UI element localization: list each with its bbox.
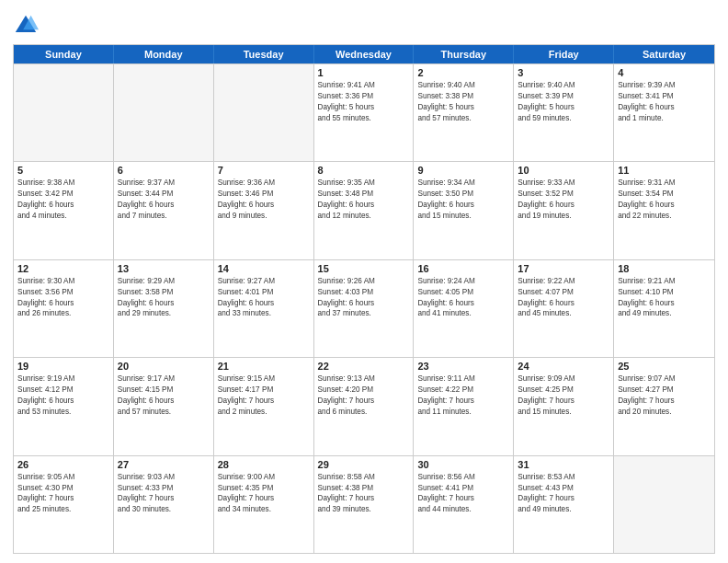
day-info: Sunrise: 9:21 AM Sunset: 4:10 PM Dayligh… [618,276,711,320]
calendar-header: SundayMondayTuesdayWednesdayThursdayFrid… [14,45,714,63]
calendar-cell: 21Sunrise: 9:15 AM Sunset: 4:17 PM Dayli… [214,358,314,454]
day-number: 11 [618,165,711,176]
header-day: Saturday [614,45,714,63]
calendar-cell: 24Sunrise: 9:09 AM Sunset: 4:25 PM Dayli… [514,358,614,454]
day-info: Sunrise: 9:30 AM Sunset: 3:56 PM Dayligh… [17,276,109,320]
day-number: 1 [318,67,410,78]
day-info: Sunrise: 9:09 AM Sunset: 4:25 PM Dayligh… [518,373,609,418]
day-number: 24 [518,361,609,372]
calendar-body: 1Sunrise: 9:41 AM Sunset: 3:36 PM Daylig… [14,63,714,553]
day-number: 8 [318,165,410,176]
calendar-row: 19Sunrise: 9:19 AM Sunset: 4:12 PM Dayli… [14,357,714,454]
header-day: Wednesday [314,45,415,63]
day-number: 6 [118,165,210,176]
calendar-row: 26Sunrise: 9:05 AM Sunset: 4:30 PM Dayli… [14,455,714,553]
calendar-cell: 23Sunrise: 9:11 AM Sunset: 4:22 PM Dayli… [414,358,514,454]
calendar-cell: 6Sunrise: 9:37 AM Sunset: 3:44 PM Daylig… [114,162,214,259]
day-number: 10 [518,165,609,176]
day-info: Sunrise: 9:41 AM Sunset: 3:36 PM Dayligh… [318,80,410,124]
day-info: Sunrise: 9:33 AM Sunset: 3:52 PM Dayligh… [518,178,609,222]
calendar-cell: 28Sunrise: 9:00 AM Sunset: 4:35 PM Dayli… [214,456,314,553]
day-number: 22 [318,361,410,372]
day-number: 31 [518,459,609,470]
day-info: Sunrise: 9:19 AM Sunset: 4:12 PM Dayligh… [17,373,109,418]
day-number: 2 [417,67,509,78]
calendar-row: 12Sunrise: 9:30 AM Sunset: 3:56 PM Dayli… [14,259,714,357]
header [13,9,715,39]
calendar-cell: 16Sunrise: 9:24 AM Sunset: 4:05 PM Dayli… [414,260,514,357]
day-info: Sunrise: 9:15 AM Sunset: 4:17 PM Dayligh… [218,373,310,418]
calendar-cell: 1Sunrise: 9:41 AM Sunset: 3:36 PM Daylig… [314,64,415,161]
calendar-cell [114,64,214,161]
day-info: Sunrise: 9:36 AM Sunset: 3:46 PM Dayligh… [218,178,310,222]
calendar-cell: 15Sunrise: 9:26 AM Sunset: 4:03 PM Dayli… [314,260,415,357]
day-info: Sunrise: 9:22 AM Sunset: 4:07 PM Dayligh… [518,276,609,320]
day-number: 23 [417,361,509,372]
calendar-cell: 2Sunrise: 9:40 AM Sunset: 3:38 PM Daylig… [414,64,514,161]
calendar-cell [614,456,714,553]
calendar-row: 1Sunrise: 9:41 AM Sunset: 3:36 PM Daylig… [14,63,714,161]
day-number: 21 [218,361,310,372]
calendar-cell: 29Sunrise: 8:58 AM Sunset: 4:38 PM Dayli… [314,456,415,553]
calendar: SundayMondayTuesdayWednesdayThursdayFrid… [13,44,715,554]
calendar-cell: 18Sunrise: 9:21 AM Sunset: 4:10 PM Dayli… [614,260,714,357]
calendar-cell: 13Sunrise: 9:29 AM Sunset: 3:58 PM Dayli… [114,260,214,357]
calendar-cell: 25Sunrise: 9:07 AM Sunset: 4:27 PM Dayli… [614,358,714,454]
day-number: 17 [518,263,609,274]
day-info: Sunrise: 9:26 AM Sunset: 4:03 PM Dayligh… [318,276,410,320]
day-number: 18 [618,263,711,274]
calendar-cell: 7Sunrise: 9:36 AM Sunset: 3:46 PM Daylig… [214,162,314,259]
calendar-row: 5Sunrise: 9:38 AM Sunset: 3:42 PM Daylig… [14,161,714,259]
day-info: Sunrise: 9:00 AM Sunset: 4:35 PM Dayligh… [218,472,310,516]
day-info: Sunrise: 9:35 AM Sunset: 3:48 PM Dayligh… [318,178,410,222]
day-number: 12 [17,263,109,274]
header-day: Friday [514,45,614,63]
day-number: 28 [218,459,310,470]
day-info: Sunrise: 9:40 AM Sunset: 3:38 PM Dayligh… [417,80,509,124]
day-info: Sunrise: 9:17 AM Sunset: 4:15 PM Dayligh… [118,373,210,418]
calendar-cell: 26Sunrise: 9:05 AM Sunset: 4:30 PM Dayli… [14,456,114,553]
day-number: 5 [17,165,109,176]
day-info: Sunrise: 8:58 AM Sunset: 4:38 PM Dayligh… [318,472,410,516]
calendar-cell: 8Sunrise: 9:35 AM Sunset: 3:48 PM Daylig… [314,162,415,259]
calendar-cell: 3Sunrise: 9:40 AM Sunset: 3:39 PM Daylig… [514,64,614,161]
calendar-cell: 10Sunrise: 9:33 AM Sunset: 3:52 PM Dayli… [514,162,614,259]
day-number: 26 [17,459,109,470]
day-number: 30 [417,459,509,470]
day-number: 15 [318,263,410,274]
day-number: 20 [118,361,210,372]
calendar-cell: 20Sunrise: 9:17 AM Sunset: 4:15 PM Dayli… [114,358,214,454]
day-number: 9 [417,165,509,176]
calendar-cell: 5Sunrise: 9:38 AM Sunset: 3:42 PM Daylig… [14,162,114,259]
calendar-cell: 31Sunrise: 8:53 AM Sunset: 4:43 PM Dayli… [514,456,614,553]
day-info: Sunrise: 9:03 AM Sunset: 4:33 PM Dayligh… [118,472,210,516]
day-info: Sunrise: 9:05 AM Sunset: 4:30 PM Dayligh… [17,472,109,516]
calendar-cell: 12Sunrise: 9:30 AM Sunset: 3:56 PM Dayli… [14,260,114,357]
calendar-cell: 11Sunrise: 9:31 AM Sunset: 3:54 PM Dayli… [614,162,714,259]
day-info: Sunrise: 8:53 AM Sunset: 4:43 PM Dayligh… [518,472,609,516]
day-number: 27 [118,459,210,470]
day-number: 19 [17,361,109,372]
day-number: 7 [218,165,310,176]
calendar-cell: 30Sunrise: 8:56 AM Sunset: 4:41 PM Dayli… [414,456,514,553]
calendar-cell: 9Sunrise: 9:34 AM Sunset: 3:50 PM Daylig… [414,162,514,259]
calendar-cell [214,64,314,161]
day-info: Sunrise: 9:07 AM Sunset: 4:27 PM Dayligh… [618,373,711,418]
calendar-cell: 19Sunrise: 9:19 AM Sunset: 4:12 PM Dayli… [14,358,114,454]
calendar-cell: 14Sunrise: 9:27 AM Sunset: 4:01 PM Dayli… [214,260,314,357]
logo [13,13,41,39]
day-info: Sunrise: 8:56 AM Sunset: 4:41 PM Dayligh… [417,472,509,516]
day-info: Sunrise: 9:34 AM Sunset: 3:50 PM Dayligh… [417,178,509,222]
day-info: Sunrise: 9:31 AM Sunset: 3:54 PM Dayligh… [618,178,711,222]
day-number: 3 [518,67,609,78]
day-number: 25 [618,361,711,372]
calendar-cell: 27Sunrise: 9:03 AM Sunset: 4:33 PM Dayli… [114,456,214,553]
calendar-cell [14,64,114,161]
calendar-cell: 4Sunrise: 9:39 AM Sunset: 3:41 PM Daylig… [614,64,714,161]
page: SundayMondayTuesdayWednesdayThursdayFrid… [0,0,728,563]
header-day: Tuesday [214,45,314,63]
day-info: Sunrise: 9:11 AM Sunset: 4:22 PM Dayligh… [417,373,509,418]
day-info: Sunrise: 9:24 AM Sunset: 4:05 PM Dayligh… [417,276,509,320]
day-info: Sunrise: 9:27 AM Sunset: 4:01 PM Dayligh… [218,276,310,320]
day-number: 14 [218,263,310,274]
